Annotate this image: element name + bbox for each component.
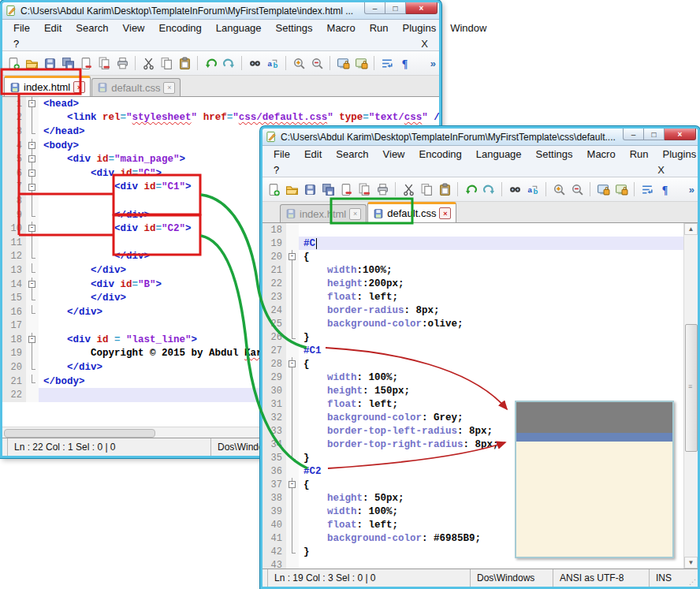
fold-margin[interactable]	[26, 388, 39, 402]
fold-margin[interactable]	[26, 236, 39, 250]
tab-close-icon[interactable]: ×	[73, 81, 85, 93]
menu-run[interactable]: Run	[624, 147, 655, 161]
replace-icon[interactable]: ab	[525, 181, 541, 197]
cut-icon[interactable]	[400, 181, 416, 197]
fold-margin[interactable]	[286, 344, 299, 357]
menu-search[interactable]: Search	[69, 21, 114, 35]
resize-grip[interactable]: ⋰	[687, 569, 698, 587]
fold-margin[interactable]	[286, 263, 299, 277]
menu-view[interactable]: View	[117, 21, 151, 35]
fold-margin[interactable]: -	[26, 333, 39, 347]
menu-file[interactable]: File	[267, 147, 296, 161]
toolbar-overflow-chevron[interactable]: »	[689, 184, 694, 196]
minimize-button[interactable]: –	[623, 129, 644, 140]
fold-collapse-icon[interactable]: -	[289, 360, 296, 367]
fold-margin[interactable]: -	[26, 97, 39, 111]
fold-collapse-icon[interactable]: -	[28, 336, 35, 343]
tab-default-css[interactable]: default.css×	[367, 202, 456, 222]
editor-area[interactable]: 1819#C20-{21 width:100%;22 height:200px;…	[262, 223, 698, 568]
tab-close-icon[interactable]: ×	[349, 208, 361, 220]
fold-margin[interactable]	[286, 424, 299, 438]
new-file-icon[interactable]	[266, 181, 281, 197]
fold-collapse-icon[interactable]: -	[289, 253, 296, 260]
undo-icon[interactable]	[463, 181, 478, 197]
menu-window[interactable]: Window	[444, 21, 493, 35]
open-file-icon[interactable]	[284, 181, 300, 197]
paste-icon[interactable]	[437, 181, 452, 197]
save-icon[interactable]	[302, 181, 318, 197]
show-all-chars-icon[interactable]: ¶	[657, 181, 673, 197]
fold-margin[interactable]	[286, 545, 299, 558]
fold-margin[interactable]	[26, 375, 39, 389]
redo-icon[interactable]	[221, 55, 236, 71]
sync-h-icon[interactable]	[353, 55, 369, 71]
print-icon[interactable]	[374, 181, 390, 197]
fold-margin[interactable]: -	[26, 139, 39, 153]
close-file-icon[interactable]	[78, 55, 94, 71]
cut-icon[interactable]	[140, 55, 156, 71]
zoom-in-icon[interactable]	[291, 55, 307, 71]
fold-margin[interactable]	[286, 464, 299, 478]
word-wrap-icon[interactable]	[639, 181, 655, 197]
redo-icon[interactable]	[481, 181, 497, 197]
fold-collapse-icon[interactable]: -	[28, 170, 35, 177]
fold-margin[interactable]	[26, 319, 39, 334]
maximize-button[interactable]: □	[644, 129, 665, 140]
fold-collapse-icon[interactable]: -	[28, 155, 35, 162]
fold-margin[interactable]: -	[286, 478, 299, 491]
menu-run[interactable]: Run	[363, 21, 395, 35]
fold-margin[interactable]: -	[26, 278, 39, 292]
fold-margin[interactable]	[286, 411, 299, 424]
close-all-icon[interactable]	[96, 55, 112, 71]
tab-index-html[interactable]: index.html×	[280, 204, 367, 222]
fold-margin[interactable]	[286, 330, 299, 344]
zoom-in-icon[interactable]	[551, 181, 567, 197]
sync-v-icon[interactable]	[595, 181, 611, 197]
menu-macro[interactable]: Macro	[321, 21, 362, 35]
zoom-out-icon[interactable]	[309, 55, 325, 71]
fold-margin[interactable]	[286, 237, 299, 250]
menu-encoding[interactable]: Encoding	[413, 147, 468, 161]
vertical-scrollbar[interactable]: ▲ ▼	[683, 223, 698, 568]
save-all-icon[interactable]	[320, 181, 336, 197]
menu-help[interactable]: ?	[267, 164, 285, 176]
fold-margin[interactable]	[26, 250, 39, 264]
menu-edit[interactable]: Edit	[38, 21, 68, 35]
fold-margin[interactable]	[26, 111, 39, 125]
fold-margin[interactable]	[286, 304, 299, 317]
menu-settings[interactable]: Settings	[270, 21, 319, 35]
fold-margin[interactable]	[286, 384, 299, 397]
copy-icon[interactable]	[419, 181, 434, 197]
scroll-up-arrow[interactable]: ▲	[684, 223, 698, 235]
fold-margin[interactable]: -	[286, 357, 299, 371]
fold-margin[interactable]	[26, 263, 39, 278]
close-all-icon[interactable]	[356, 181, 372, 197]
word-wrap-icon[interactable]	[379, 55, 395, 71]
hscroll-thumb[interactable]	[4, 429, 155, 438]
fold-margin[interactable]	[286, 277, 299, 290]
menu-language[interactable]: Language	[210, 21, 268, 35]
sync-v-icon[interactable]	[335, 55, 351, 71]
fold-margin[interactable]	[26, 360, 39, 375]
fold-margin[interactable]	[26, 194, 39, 208]
menu-settings[interactable]: Settings	[530, 147, 579, 161]
zoom-out-icon[interactable]	[569, 181, 585, 197]
sync-h-icon[interactable]	[613, 181, 629, 197]
fold-margin[interactable]	[286, 558, 299, 568]
fold-collapse-icon[interactable]: -	[28, 100, 35, 107]
fold-margin[interactable]	[286, 290, 299, 304]
vscroll-thumb[interactable]	[685, 324, 698, 452]
title-bar[interactable]: C:\Users\Abdul Karim\Desktop\TemplateInF…	[262, 129, 698, 146]
find-icon[interactable]	[247, 55, 262, 71]
print-icon[interactable]	[114, 55, 130, 71]
menu-edit[interactable]: Edit	[298, 147, 328, 161]
menu-file[interactable]: File	[7, 21, 36, 35]
tab-close-icon[interactable]: ×	[163, 82, 175, 94]
close-document-x[interactable]: X	[657, 164, 665, 176]
fold-margin[interactable]	[26, 305, 39, 319]
close-file-icon[interactable]	[338, 181, 354, 197]
fold-margin[interactable]	[286, 371, 299, 384]
find-icon[interactable]	[507, 181, 523, 197]
menu-search[interactable]: Search	[330, 147, 374, 161]
menu-plugins[interactable]: Plugins	[657, 147, 700, 161]
